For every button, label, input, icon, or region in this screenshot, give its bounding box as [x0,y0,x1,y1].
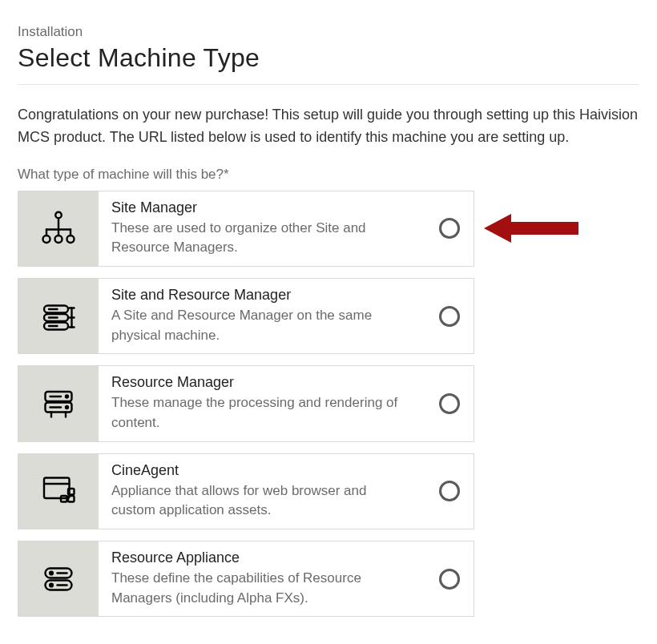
option-radio[interactable] [425,541,474,616]
option-site-manager[interactable]: Site Manager These are used to organize … [18,191,474,267]
svg-point-37 [50,583,53,586]
option-desc: A Site and Resource Manager on the same … [111,306,413,345]
svg-point-7 [55,235,62,243]
callout-arrow [484,211,580,246]
option-title: Site Manager [111,199,413,216]
option-site-resource-manager[interactable]: Site and Resource Manager A Site and Res… [18,278,474,354]
svg-point-35 [50,571,53,574]
svg-point-6 [43,235,50,243]
svg-point-8 [67,235,75,243]
page-title: Select Machine Type [18,43,639,84]
appliance-icon [18,541,99,616]
machine-type-options: Site Manager These are used to organize … [18,191,639,617]
stacked-servers-icon [18,279,99,353]
title-divider [18,84,639,85]
option-radio[interactable] [425,279,474,353]
option-title: Resource Manager [111,374,413,391]
svg-point-25 [66,406,68,409]
option-radio[interactable] [425,454,474,529]
option-title: Site and Resource Manager [111,287,413,304]
breadcrumb: Installation [18,24,639,40]
browser-apps-icon [18,454,99,529]
hierarchy-icon [18,191,99,266]
intro-text: Congratulations on your new purchase! Th… [18,104,639,149]
option-title: CineAgent [111,462,413,479]
svg-point-24 [66,395,68,397]
option-radio[interactable] [425,366,474,441]
option-resource-appliance[interactable]: Resource Appliance These define the capa… [18,541,474,617]
svg-marker-9 [484,214,578,243]
option-desc: These manage the processing and renderin… [111,393,413,433]
machine-type-prompt: What type of machine will this be?* [18,167,639,183]
option-desc: These define the capabilities of Resourc… [111,569,413,608]
option-title: Resource Appliance [111,549,413,566]
server-rack-icon [18,366,99,441]
option-desc: These are used to organize other Site an… [111,219,413,258]
option-resource-manager[interactable]: Resource Manager These manage the proces… [18,365,474,441]
option-radio[interactable] [425,191,474,266]
svg-rect-31 [68,496,75,502]
svg-rect-32 [68,489,75,495]
option-desc: Appliance that allows for web browser an… [111,481,413,521]
option-cineagent[interactable]: CineAgent Appliance that allows for web … [18,453,474,529]
